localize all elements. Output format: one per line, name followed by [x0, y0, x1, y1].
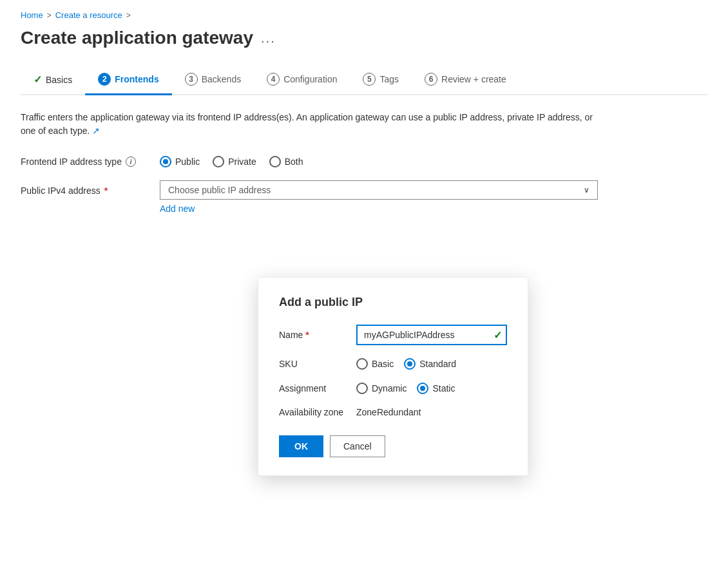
tab-frontends[interactable]: 2 Frontends — [85, 66, 171, 95]
more-options-button[interactable]: ... — [261, 31, 276, 46]
radio-public-label: Public — [175, 156, 200, 167]
radio-private[interactable]: Private — [213, 156, 256, 167]
tab-tags[interactable]: 5 Tags — [350, 66, 412, 95]
radio-private-circle — [213, 156, 224, 167]
breadcrumb: Home > Create a resource > — [21, 10, 707, 20]
ipv4-dropdown-section: Choose public IP address ∨ Add new — [160, 180, 598, 214]
ipv4-required-star: * — [104, 185, 108, 196]
tab-basics-label: Basics — [46, 75, 72, 85]
radio-both[interactable]: Both — [269, 156, 303, 167]
review-num: 6 — [425, 73, 437, 86]
breadcrumb-sep1: > — [47, 11, 52, 20]
ipv4-dropdown-placeholder: Choose public IP address — [168, 185, 271, 195]
tab-tags-label: Tags — [379, 74, 399, 84]
ipv4-label: Public IPv4 address — [21, 185, 101, 196]
basics-check-icon: ✓ — [34, 73, 42, 86]
backends-num: 3 — [185, 73, 198, 86]
tab-backends-label: Backends — [202, 74, 241, 84]
ipv4-address-row: Public IPv4 address * Choose public IP a… — [21, 180, 707, 214]
ip-type-info-icon[interactable]: i — [126, 156, 136, 167]
add-new-link[interactable]: Add new — [160, 204, 598, 214]
ip-type-label: Frontend IP address type — [21, 156, 122, 167]
tab-configuration[interactable]: 4 Configuration — [254, 66, 350, 95]
tab-backends[interactable]: 3 Backends — [172, 66, 254, 95]
radio-public-circle — [160, 156, 171, 167]
section-description: Traffic enters the application gateway v… — [21, 111, 600, 138]
breadcrumb-sep2: > — [126, 11, 131, 20]
ipv4-dropdown[interactable]: Choose public IP address ∨ — [160, 180, 598, 200]
description-learn-more[interactable]: ↗ — [92, 126, 100, 136]
radio-both-circle — [269, 156, 281, 167]
tab-configuration-label: Configuration — [283, 74, 337, 84]
breadcrumb-create-resource[interactable]: Create a resource — [55, 10, 122, 20]
tags-num: 5 — [363, 73, 376, 86]
wizard-tabs: ✓ Basics 2 Frontends 3 Backends 4 Config… — [21, 66, 707, 95]
chevron-down-icon: ∨ — [584, 185, 589, 194]
breadcrumb-home[interactable]: Home — [21, 10, 43, 20]
page-title: Create application gateway — [21, 28, 253, 48]
frontends-num: 2 — [98, 73, 111, 86]
ip-type-row: Frontend IP address type i Public Privat… — [21, 156, 707, 167]
tab-frontends-label: Frontends — [115, 74, 158, 84]
radio-public[interactable]: Public — [160, 156, 200, 167]
tab-review-create[interactable]: 6 Review + create — [412, 66, 519, 95]
radio-private-label: Private — [228, 156, 256, 167]
radio-both-label: Both — [285, 156, 303, 167]
configuration-num: 4 — [267, 73, 280, 86]
tab-review-label: Review + create — [441, 74, 506, 84]
tab-basics[interactable]: ✓ Basics — [21, 67, 85, 95]
ip-type-radio-group: Public Private Both — [160, 156, 303, 167]
